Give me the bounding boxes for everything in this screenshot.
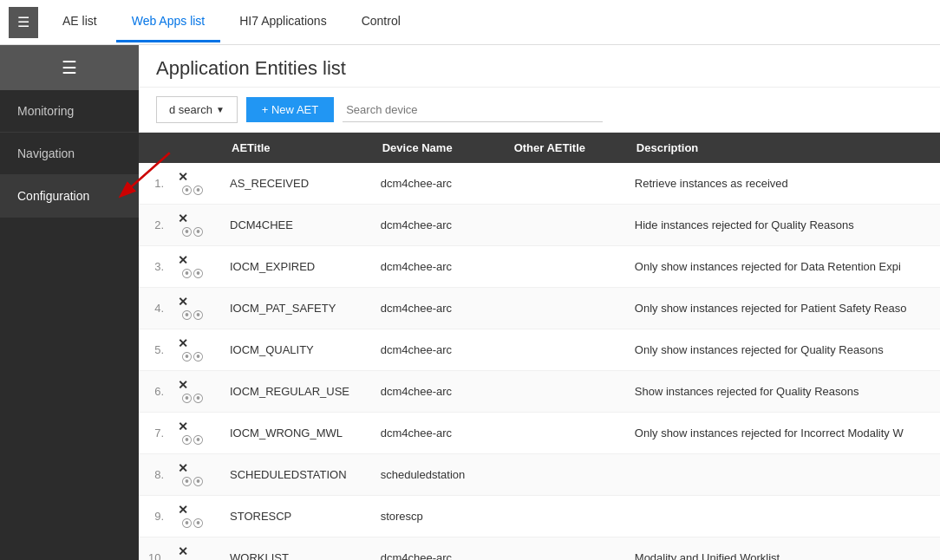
delete-icon[interactable]: ✕ <box>178 253 188 267</box>
delete-icon[interactable]: ✕ <box>178 503 188 517</box>
delete-icon[interactable]: ✕ <box>178 336 188 350</box>
tab-ae-list[interactable]: AE list <box>47 2 113 42</box>
row-number: 9. <box>139 496 169 537</box>
delete-icon[interactable]: ✕ <box>178 212 188 225</box>
row-actions: ✕ ⦿⦿ <box>169 454 221 496</box>
table-row: 10. ✕ ⦿⦿ WORKLIST dcm4chee-arc Modality … <box>139 537 940 561</box>
description-cell: Only show instances rejected for Data Re… <box>626 246 940 288</box>
description-cell: Show instances rejected for Quality Reas… <box>626 371 940 413</box>
description-cell: Retrieve instances as received <box>626 163 940 205</box>
device-name-cell: dcm4chee-arc <box>372 205 504 246</box>
signal-icon[interactable]: ⦿⦿ <box>178 433 204 446</box>
row-number: 4. <box>139 288 169 329</box>
other-aetitle-cell <box>504 413 626 454</box>
tab-web-apps-list[interactable]: Web Apps list <box>116 2 221 42</box>
col-header-actions <box>169 133 221 163</box>
other-aetitle-cell <box>504 329 626 371</box>
row-number: 2. <box>139 205 169 246</box>
table-row: 8. ✕ ⦿⦿ SCHEDULEDSTATION scheduledstatio… <box>139 454 940 496</box>
sidebar-item-monitoring[interactable]: Monitoring <box>0 90 139 133</box>
table-row: 6. ✕ ⦿⦿ IOCM_REGULAR_USE dcm4chee-arc Sh… <box>139 371 940 413</box>
table-container: AETitle Device Name Other AETitle Descri… <box>139 133 940 560</box>
tab-hl7-applications[interactable]: HI7 Applications <box>224 2 342 42</box>
table-body: 1. ✕ ⦿⦿ AS_RECEIVED dcm4chee-arc Retriev… <box>139 163 940 560</box>
signal-icon[interactable]: ⦿⦿ <box>178 475 204 488</box>
other-aetitle-cell <box>504 288 626 329</box>
table-row: 5. ✕ ⦿⦿ IOCM_QUALITY dcm4chee-arc Only s… <box>139 329 940 371</box>
other-aetitle-cell <box>504 454 626 496</box>
row-number: 1. <box>139 163 169 205</box>
signal-icon[interactable]: ⦿⦿ <box>178 517 204 530</box>
row-number: 5. <box>139 329 169 371</box>
description-cell: Only show instances rejected for Patient… <box>626 288 940 329</box>
new-aet-button[interactable]: + New AET <box>246 97 334 122</box>
table-row: 4. ✕ ⦿⦿ IOCM_PAT_SAFETY dcm4chee-arc Onl… <box>139 288 940 329</box>
col-header-num <box>139 133 169 163</box>
sidebar: ☰ Monitoring Navigation Configuration <box>0 45 139 560</box>
device-name-cell: dcm4chee-arc <box>372 413 504 454</box>
other-aetitle-cell <box>504 537 626 561</box>
sidebar-header: ☰ <box>0 45 139 90</box>
advanced-search-button[interactable]: d search ▼ <box>156 96 238 123</box>
device-name-cell: dcm4chee-arc <box>372 329 504 371</box>
table-row: 9. ✕ ⦿⦿ STORESCP storescp <box>139 496 940 537</box>
table-row: 3. ✕ ⦿⦿ IOCM_EXPIRED dcm4chee-arc Only s… <box>139 246 940 288</box>
ae-title-cell: DCM4CHEE <box>221 205 372 246</box>
signal-icon[interactable]: ⦿⦿ <box>178 225 204 238</box>
delete-icon[interactable]: ✕ <box>178 420 188 433</box>
row-actions: ✕ ⦿⦿ <box>169 246 221 288</box>
signal-icon[interactable]: ⦿⦿ <box>178 350 204 363</box>
delete-icon[interactable]: ✕ <box>178 170 188 184</box>
tab-control[interactable]: Control <box>346 2 416 42</box>
description-cell <box>626 496 940 537</box>
row-actions: ✕ ⦿⦿ <box>169 329 221 371</box>
ae-title-cell: IOCM_PAT_SAFETY <box>221 288 372 329</box>
chevron-down-icon: ▼ <box>216 105 225 114</box>
other-aetitle-cell <box>504 371 626 413</box>
other-aetitle-cell <box>504 496 626 537</box>
ae-title-cell: IOCM_REGULAR_USE <box>221 371 372 413</box>
row-number: 8. <box>139 454 169 496</box>
ae-title-cell: IOCM_EXPIRED <box>221 246 372 288</box>
description-cell: Only show instances rejected for Incorre… <box>626 413 940 454</box>
row-number: 6. <box>139 371 169 413</box>
device-name-cell: dcm4chee-arc <box>372 371 504 413</box>
row-number: 3. <box>139 246 169 288</box>
search-input[interactable] <box>343 98 603 122</box>
search-input-wrapper <box>343 98 603 122</box>
delete-icon[interactable]: ✕ <box>178 295 188 309</box>
col-header-description: Description <box>626 133 940 163</box>
device-name-cell: storescp <box>372 496 504 537</box>
table-row: 7. ✕ ⦿⦿ IOCM_WRONG_MWL dcm4chee-arc Only… <box>139 413 940 454</box>
page-title: Application Entities list <box>156 57 923 80</box>
ae-title-cell: SCHEDULEDSTATION <box>221 454 372 496</box>
main-container: ☰ AE list Web Apps list HI7 Applications… <box>0 0 940 560</box>
delete-icon[interactable]: ✕ <box>178 461 188 475</box>
hamburger-icon-sidebar: ☰ <box>62 57 77 78</box>
content-area: Application Entities list d search ▼ + N… <box>139 45 940 560</box>
description-cell: Only show instances rejected for Quality… <box>626 329 940 371</box>
sidebar-item-navigation[interactable]: Navigation <box>0 133 139 175</box>
delete-icon[interactable]: ✕ <box>178 544 188 558</box>
hamburger-button[interactable]: ☰ <box>9 7 38 38</box>
delete-icon[interactable]: ✕ <box>178 378 188 392</box>
top-bar: ☰ AE list Web Apps list HI7 Applications… <box>0 0 940 45</box>
ae-table: AETitle Device Name Other AETitle Descri… <box>139 133 940 560</box>
ae-title-cell: AS_RECEIVED <box>221 163 372 205</box>
signal-icon[interactable]: ⦿⦿ <box>178 392 204 405</box>
signal-icon[interactable]: ⦿⦿ <box>178 267 204 280</box>
row-actions: ✕ ⦿⦿ <box>169 163 221 205</box>
description-cell: Hide instances rejected for Quality Reas… <box>626 205 940 246</box>
signal-icon[interactable]: ⦿⦿ <box>178 184 204 197</box>
hamburger-icon: ☰ <box>17 14 29 30</box>
row-actions: ✕ ⦿⦿ <box>169 371 221 413</box>
row-actions: ✕ ⦿⦿ <box>169 288 221 329</box>
signal-icon[interactable]: ⦿⦿ <box>178 309 204 322</box>
sidebar-item-configuration[interactable]: Configuration <box>0 175 139 218</box>
col-header-aetitle: AETitle <box>221 133 372 163</box>
ae-title-cell: IOCM_QUALITY <box>221 329 372 371</box>
toolbar: d search ▼ + New AET <box>139 88 940 133</box>
row-actions: ✕ ⦿⦿ <box>169 537 221 561</box>
row-actions: ✕ ⦿⦿ <box>169 205 221 246</box>
advanced-search-label: d search <box>169 103 212 116</box>
